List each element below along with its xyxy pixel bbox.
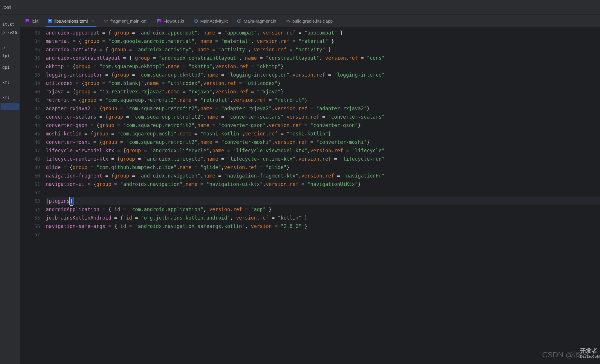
line-gutter: 3334353637383940414243444546474849505152…: [20, 28, 46, 364]
tab-label: MainActivity.kt: [200, 19, 228, 23]
line-number: 52: [20, 189, 40, 197]
xml-icon: </>: [104, 19, 108, 23]
title-bar: .toml: [0, 0, 600, 15]
code-line[interactable]: androidApplication = { id = "com.android…: [46, 205, 600, 214]
code-line[interactable]: navigation-fragment = {group = "androidx…: [46, 172, 600, 180]
tab-build-gradle-kts-app[interactable]: build.gradle.kts (:app: [281, 15, 337, 27]
code-line[interactable]: rxjava = {group = "io.reactivex.rxjava2"…: [46, 88, 600, 96]
line-number: 54: [20, 205, 40, 214]
tree-item[interactable]: lpi: [0, 52, 20, 60]
line-number: 38: [20, 71, 40, 79]
code-line[interactable]: navigation-safe-args = { id = "androidx.…: [46, 222, 600, 231]
line-number: 49: [20, 163, 40, 172]
tab-mainactivity-kt[interactable]: MainActivity.kt: [189, 15, 233, 27]
tab-label: fragment_main.xml: [110, 19, 147, 23]
code-line[interactable]: androidx-appcompat = { group = "androidx…: [46, 29, 600, 37]
tree-item[interactable]: [0, 60, 20, 63]
tab-flowbus-kt[interactable]: Flowbus.kt: [152, 15, 189, 27]
svg-point-10: [239, 20, 240, 21]
code-line[interactable]: lifecycle-viewmodel-ktx = {group = "andr…: [46, 146, 600, 155]
line-number: 53: [20, 197, 40, 205]
code-line[interactable]: [46, 231, 600, 239]
tab-label: it.kt: [32, 19, 38, 23]
svg-text:</>: </>: [104, 19, 108, 23]
kotlin-icon: [157, 19, 161, 23]
code-line[interactable]: androidx-activity = { group = "androidx.…: [46, 46, 600, 54]
code-line[interactable]: logging-interceptor = {group = "com.squa…: [46, 71, 600, 79]
project-tree[interactable]: it.ktpi-v26pilpidpixmlxml: [0, 15, 20, 364]
code-line[interactable]: converter-gson = {group = "com.squareup.…: [46, 121, 600, 130]
line-number: 57: [20, 231, 40, 239]
tab-it-kt[interactable]: it.kt: [20, 15, 43, 27]
tree-item[interactable]: pi-v26: [0, 28, 20, 37]
code-content[interactable]: androidx-appcompat = { group = "androidx…: [46, 28, 600, 364]
line-number: 36: [20, 54, 40, 62]
tab-label: libs.versions.toml: [54, 19, 88, 23]
toml-icon: T: [48, 19, 52, 23]
line-number: 41: [20, 96, 40, 104]
tab-label: build.gradle.kts (:app: [292, 19, 333, 23]
code-line[interactable]: glide = {group = "com.github.bumptech.gl…: [46, 163, 600, 172]
line-number: 56: [20, 222, 40, 231]
tree-item[interactable]: [0, 86, 20, 90]
tree-item[interactable]: xml: [0, 93, 20, 102]
code-line[interactable]: converter-moshi = {group = "com.squareup…: [46, 138, 600, 146]
line-number: 33: [20, 29, 40, 37]
kotlin-icon: [25, 19, 30, 23]
breadcrumb: .toml: [0, 5, 11, 10]
code-line[interactable]: okhttp = {group = "com.squareup.okhttp3"…: [46, 62, 600, 71]
tree-selection: [1, 103, 19, 110]
line-number: 34: [20, 37, 40, 46]
svg-text:T: T: [49, 20, 51, 23]
tab-fragment-main-xml[interactable]: </>fragment_main.xml: [99, 15, 152, 27]
tree-item[interactable]: [0, 90, 20, 93]
line-number: 46: [20, 138, 40, 146]
devze-watermark: 开发者DevZe.CoM: [580, 347, 600, 358]
editor-tabs: it.ktTlibs.versions.toml✕</>fragment_mai…: [20, 15, 600, 28]
line-number: 44: [20, 121, 40, 130]
kotlin-activity-icon: [194, 19, 198, 23]
code-line[interactable]: adapter-rxjava2 = {group = "com.squareup…: [46, 104, 600, 113]
line-number: 50: [20, 172, 40, 180]
line-number: 35: [20, 46, 40, 54]
tree-item[interactable]: pi: [0, 44, 20, 52]
code-line[interactable]: [plugins]: [46, 197, 600, 205]
line-number: 51: [20, 180, 40, 189]
tab-mainfragment-kt[interactable]: MainFragment.kt: [232, 15, 281, 27]
tab-label: MainFragment.kt: [244, 19, 276, 23]
code-line[interactable]: retrofit = {group = "com.squareup.retrof…: [46, 96, 600, 104]
tree-item[interactable]: [0, 40, 20, 44]
line-number: 45: [20, 130, 40, 138]
tree-item[interactable]: dpi: [0, 63, 20, 71]
code-line[interactable]: moshi-kotlin = {group = "com.squareup.mo…: [46, 130, 600, 138]
code-line[interactable]: jetbrainsKotlinAndroid = { id = "org.jet…: [46, 214, 600, 222]
line-number: 42: [20, 104, 40, 113]
gradle-icon: [286, 19, 290, 23]
line-number: 55: [20, 214, 40, 222]
tree-item[interactable]: [0, 75, 20, 78]
svg-point-11: [287, 21, 287, 22]
code-line[interactable]: converter-scalars = {group = "com.square…: [46, 113, 600, 121]
code-line[interactable]: navigation-ui = {group = "androidx.navig…: [46, 180, 600, 189]
tree-item[interactable]: [0, 71, 20, 75]
line-number: 40: [20, 88, 40, 96]
line-number: 43: [20, 113, 40, 121]
code-line[interactable]: material = { group = "com.google.android…: [46, 37, 600, 46]
code-line[interactable]: lifecycle-runtime-ktx = {group = "androi…: [46, 155, 600, 163]
code-line[interactable]: androidx-constraintlayout = { group = "a…: [46, 54, 600, 62]
tree-item[interactable]: xml: [0, 78, 20, 86]
svg-point-8: [195, 20, 197, 21]
close-icon[interactable]: ✕: [91, 19, 94, 23]
tab-libs-versions-toml[interactable]: Tlibs.versions.toml✕: [43, 15, 99, 27]
line-number: 47: [20, 146, 40, 155]
tab-label: Flowbus.kt: [163, 19, 184, 23]
line-number: 37: [20, 62, 40, 71]
code-editor[interactable]: 3334353637383940414243444546474849505152…: [20, 28, 600, 364]
code-line[interactable]: [46, 189, 600, 197]
line-number: 39: [20, 79, 40, 88]
kotlin-fragment-icon: [237, 19, 242, 23]
tree-item[interactable]: [0, 37, 20, 40]
code-line[interactable]: utilcodex = {group = "com.blankj",name =…: [46, 79, 600, 88]
line-number: 48: [20, 155, 40, 163]
tree-item[interactable]: it.kt: [0, 20, 20, 28]
